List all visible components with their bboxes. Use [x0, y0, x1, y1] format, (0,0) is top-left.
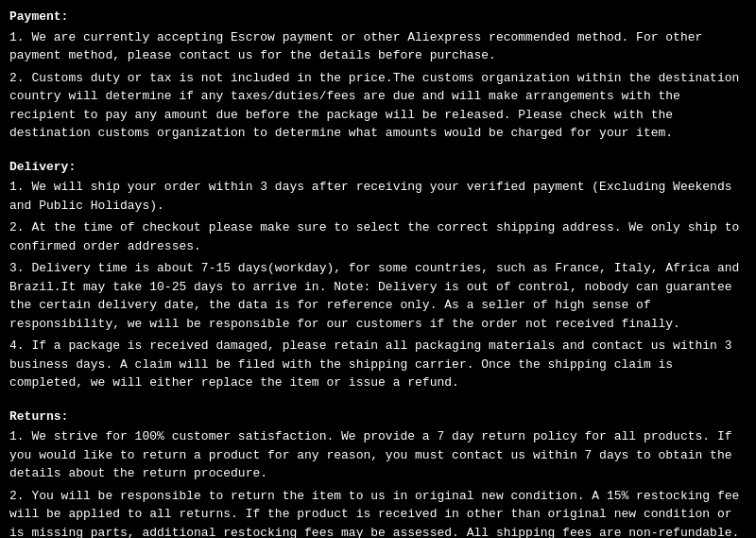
- section-title-payment: Payment:: [9, 8, 747, 26]
- section-delivery-item-1: 1. We will ship your order within 3 days…: [9, 178, 747, 215]
- section-returns-item-1: 1. We strive for 100% customer satisfact…: [9, 427, 747, 483]
- section-payment-item-1: 1. We are currently accepting Escrow pay…: [9, 28, 747, 65]
- section-delivery-item-4: 4. If a package is received damaged, ple…: [9, 337, 747, 392]
- section-title-delivery: Delivery:: [9, 158, 747, 177]
- main-content: Payment:1. We are currently accepting Es…: [9, 8, 747, 538]
- section-returns-item-2: 2. You will be responsible to return the…: [9, 487, 747, 539]
- section-delivery-item-3: 3. Delivery time is about 7-15 days(work…: [9, 259, 747, 333]
- section-payment-item-2: 2. Customs duty or tax is not included i…: [9, 69, 747, 143]
- section-delivery-item-2: 2. At the time of checkout please make s…: [9, 218, 747, 255]
- section-title-returns: Returns:: [9, 408, 747, 426]
